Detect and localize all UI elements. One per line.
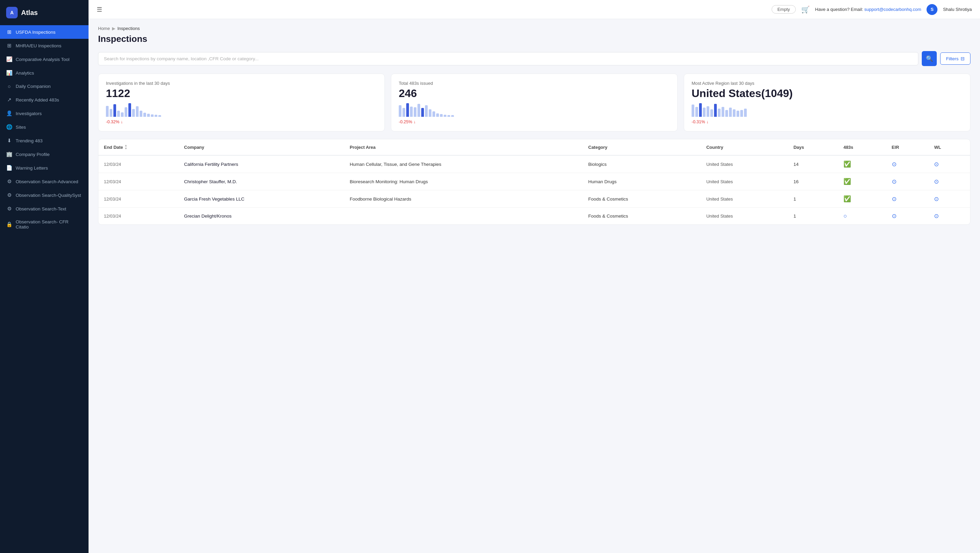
empty-button[interactable]: Empty: [772, 5, 796, 14]
cell-days-2: 1: [788, 190, 838, 208]
table-row[interactable]: 12/03/24Grecian Delight/KronosFoods & Co…: [99, 208, 970, 225]
sidebar-item-obs-cfr[interactable]: 🔒Observation Search- CFR Citatio: [0, 216, 89, 233]
bar-1-1: [402, 108, 405, 117]
sidebar-item-recently[interactable]: ↗Recently Added 483s: [0, 93, 89, 106]
filter-icon: ⊟: [961, 56, 965, 61]
wl-circle-icon: ⊙: [934, 196, 939, 202]
menu-icon[interactable]: ☰: [97, 6, 102, 13]
stat-change-text-0: -0.32%: [106, 119, 119, 124]
bar-1-3: [410, 106, 413, 117]
bar-1-4: [414, 107, 417, 117]
wl-circle-icon: ⊙: [934, 178, 939, 185]
bar-1-6: [421, 108, 424, 117]
breadcrumb-separator: ▶: [112, 26, 115, 31]
bar-2-2: [699, 103, 702, 117]
bar-0-6: [128, 103, 131, 117]
bar-1-14: [451, 115, 454, 117]
bar-0-4: [121, 112, 124, 117]
breadcrumb-home[interactable]: Home: [98, 26, 110, 31]
cell-company-3: Grecian Delight/Kronos: [179, 208, 344, 225]
bar-2-8: [722, 107, 724, 117]
sidebar-item-obs-text[interactable]: ⚙Observation Search-Text: [0, 202, 89, 216]
topbar: ☰ Empty 🛒 Have a question? Email: suppor…: [89, 0, 980, 19]
stat-change-0: -0.32% ↓: [106, 119, 377, 124]
sidebar-item-trending[interactable]: ⬇Trending 483: [0, 134, 89, 148]
col-header-category: Category: [583, 139, 701, 155]
col-header-project-area: Project Area: [344, 139, 583, 155]
cell-eir-0: ⊙: [886, 155, 929, 173]
stats-row: Investigations in the last 30 days 1122 …: [98, 73, 970, 132]
search-button[interactable]: 🔍: [922, 51, 937, 66]
col-header-wl: WL: [929, 139, 970, 155]
table-row[interactable]: 12/03/24Christopher Stauffer, M.D.Biores…: [99, 173, 970, 190]
sidebar-item-sites[interactable]: 🌐Sites: [0, 120, 89, 134]
sidebar-item-comparative[interactable]: 📈Comparative Analysis Tool: [0, 52, 89, 66]
eir-circle-icon: ⊙: [892, 213, 897, 219]
bar-2-14: [744, 109, 747, 117]
check-icon: ✅: [843, 195, 851, 202]
bar-2-6: [714, 104, 717, 117]
cell-country-1: United States: [701, 173, 788, 190]
logo-icon: A: [6, 7, 18, 18]
check-icon: ✅: [843, 161, 851, 167]
support-email-link[interactable]: support@codecarbonhq.com: [864, 7, 921, 12]
bar-2-13: [740, 110, 743, 117]
col-header-days: Days: [788, 139, 838, 155]
sidebar-item-company[interactable]: 🏢Company Profile: [0, 148, 89, 161]
cell-project-3: [344, 208, 583, 225]
bar-2-11: [733, 109, 735, 117]
cell-company-1: Christopher Stauffer, M.D.: [179, 173, 344, 190]
sidebar-label-obs-text: Observation Search-Text: [16, 207, 67, 211]
cell-eir-1: ⊙: [886, 173, 929, 190]
sidebar-icon-comparative: 📈: [6, 56, 12, 62]
bar-1-5: [417, 104, 420, 117]
table-row[interactable]: 12/03/24Garcia Fresh Vegetables LLCFoodb…: [99, 190, 970, 208]
cell-eir-2: ⊙: [886, 190, 929, 208]
cell-wl-0: ⊙: [929, 155, 970, 173]
sidebar-label-mhra: MHRA/EU Inspections: [16, 43, 61, 48]
cell-days-3: 1: [788, 208, 838, 225]
bar-1-8: [429, 109, 431, 117]
col-header-483s: 483s: [838, 139, 886, 155]
page-title: Inspections: [98, 34, 970, 44]
cell-company-0: California Fertility Partners: [179, 155, 344, 173]
sidebar-item-daily[interactable]: ○Daily Companion: [0, 80, 89, 93]
sidebar-label-usfda: USFDA Inspections: [16, 30, 56, 35]
wl-circle-icon: ⊙: [934, 213, 939, 219]
bar-0-0: [106, 106, 109, 117]
sidebar-item-mhra[interactable]: ⊞MHRA/EU Inspections: [0, 39, 89, 52]
cell-project-1: Bioresearch Monitoring: Human Drugs: [344, 173, 583, 190]
sidebar-label-investigators: Investigators: [16, 111, 42, 116]
stat-card-1: Total 483s issued 246 -0.25% ↓: [391, 73, 678, 132]
bar-1-13: [447, 115, 450, 117]
breadcrumb: Home ▶ Inspections: [98, 26, 970, 31]
sidebar-item-obs-qs[interactable]: ⚙Observation Search-QualitySyst: [0, 188, 89, 202]
stat-value-0: 1122: [106, 87, 377, 100]
table-card: End Date ▲▼ CompanyProject AreaCategoryC…: [98, 139, 970, 225]
bar-2-1: [695, 107, 698, 117]
sidebar-item-obs-adv[interactable]: ⚙Observation Search-Advanced: [0, 175, 89, 188]
stat-card-0: Investigations in the last 30 days 1122 …: [98, 73, 385, 132]
stat-chart-2: [692, 103, 963, 117]
sidebar-icon-obs-qs: ⚙: [6, 192, 12, 198]
bar-1-2: [406, 103, 409, 117]
app-logo[interactable]: A Atlas: [0, 0, 89, 25]
filters-button[interactable]: Filters ⊟: [940, 52, 970, 65]
bar-1-12: [444, 115, 446, 117]
bar-2-0: [692, 105, 694, 117]
sidebar-item-investigators[interactable]: 👤Investigators: [0, 106, 89, 120]
stat-label-0: Investigations in the last 30 days: [106, 81, 377, 86]
sidebar-item-analytics[interactable]: 📊Analytics: [0, 66, 89, 80]
col-header-end-date[interactable]: End Date ▲▼: [99, 139, 179, 155]
sidebar-icon-obs-text: ⚙: [6, 206, 12, 212]
cell-country-2: United States: [701, 190, 788, 208]
stat-value-1: 246: [399, 87, 670, 100]
cell-category-2: Foods & Cosmetics: [583, 190, 701, 208]
sidebar-item-warning[interactable]: 📄Warning Letters: [0, 161, 89, 175]
search-input[interactable]: [98, 52, 918, 65]
sidebar-item-usfda[interactable]: ⊞USFDA Inspections: [0, 25, 89, 39]
table-row[interactable]: 12/03/24California Fertility PartnersHum…: [99, 155, 970, 173]
cart-icon[interactable]: 🛒: [801, 5, 810, 14]
sortable-enddate[interactable]: End Date ▲▼: [104, 144, 173, 150]
stat-label-1: Total 483s issued: [399, 81, 670, 86]
